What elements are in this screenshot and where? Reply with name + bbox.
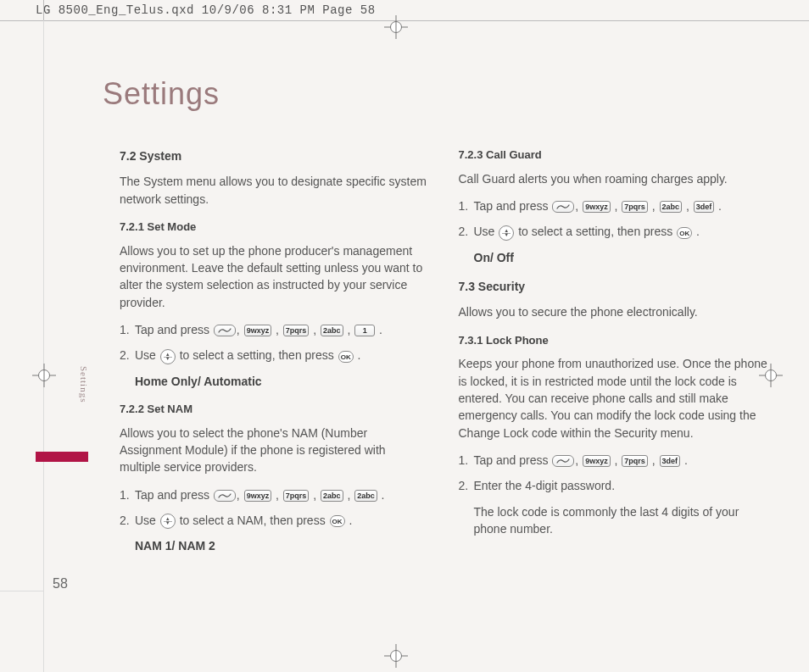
keypad-9-icon: 9wxyz [244,490,272,502]
sep: . [378,488,385,502]
ok-key-icon: OK [677,227,692,239]
keypad-7-icon: 7pqrs [283,490,310,502]
para-lock-hint: The lock code is commonly the last 4 dig… [474,503,769,538]
step: 2. Enter the 4-digit password. [459,477,769,494]
step-text: Tap and press [135,323,213,336]
keypad-2-icon: 2abc [321,490,343,502]
option-values: On/ Off [474,249,769,266]
sep: . [681,453,688,467]
keypad-2-icon: 2abc [321,325,343,336]
step-text: to select a setting, then press [518,225,676,238]
step-number: 1. [120,321,130,338]
sep: , [344,323,354,336]
keypad-2-icon: 2abc [354,490,377,502]
print-header-slug: LG 8500_Eng_Telus.qxd 10/9/06 8:31 PM Pa… [36,3,376,17]
ok-key-icon: OK [330,515,345,527]
heading-call-guard: 7.2.3 Call Guard [459,147,769,164]
sep: , [272,488,282,502]
menu-key-icon [214,325,236,336]
step: 1. Tap and press , 9wxyz , 7pqrs , 3def … [459,452,769,469]
step-number: 2. [459,477,469,494]
para-security: Allows you to secure the phone electroni… [459,303,769,320]
step-number: 2. [459,223,469,240]
option-values: Home Only/ Automatic [135,373,430,390]
sep: , [649,453,659,467]
ok-key-icon: OK [338,351,354,363]
step-number: 2. [120,347,130,364]
page-number: 58 [53,576,68,591]
sep: . [693,225,700,238]
heading-set-mode: 7.2.1 Set Mode [120,219,430,236]
step-number: 1. [459,197,469,214]
para-lock-phone: Keeps your phone from unauthorized use. … [459,355,769,441]
nav-updown-key-icon [160,349,176,364]
step-text: Use [474,225,499,238]
step-text: Tap and press [474,199,552,213]
step-number: 1. [459,452,469,469]
sep: . [715,199,722,213]
para-set-mode: Allows you to set up the phone producer'… [120,242,430,311]
step-text: Use [135,514,159,527]
sep: , [344,488,354,502]
sep: , [683,199,693,213]
step: 1. Tap and press , 9wxyz , 7pqrs , 2abc … [459,197,769,214]
nav-updown-key-icon [499,225,514,241]
sep: . [346,514,353,527]
keypad-7-icon: 7pqrs [283,325,310,336]
step-text: to select a setting, then press [180,348,338,362]
sep: , [310,323,320,336]
nav-updown-key-icon [160,514,176,529]
crop-tick-top-left [43,0,44,20]
page-title: Settings [103,76,220,112]
para-call-guard: Call Guard alerts you when roaming charg… [459,170,769,187]
registration-mark-icon [384,644,408,668]
para-system: The System menu allows you to designate … [120,173,430,208]
step: 1. Tap and press , 9wxyz , 7pqrs , 2abc … [120,321,430,338]
section-index-tab [36,452,88,462]
step-text: Enter the 4-digit password. [474,479,616,492]
step: 1. Tap and press , 9wxyz , 7pqrs , 2abc … [120,486,430,503]
heading-lock-phone: 7.3.1 Lock Phone [459,333,769,349]
step: 2. Use to select a setting, then press O… [120,347,430,364]
keypad-9-icon: 9wxyz [244,325,272,336]
sep: . [354,348,361,362]
sep: , [310,488,320,502]
registration-mark-icon [32,364,56,387]
step: 2. Use to select a NAM, then press OK . [120,512,430,529]
keypad-3-icon: 3def [660,455,681,467]
step-number: 2. [120,512,130,529]
margin-rule-vertical [43,20,44,672]
section-side-label: Settings [79,366,89,403]
column-right: 7.2.3 Call Guard Call Guard alerts you w… [459,144,769,579]
sep: , [649,199,659,213]
menu-key-icon [552,455,574,467]
keypad-7-icon: 7pqrs [622,201,648,213]
para-set-nam: Allows you to select the phone's NAM (Nu… [120,425,430,476]
manual-page: LG 8500_Eng_Telus.qxd 10/9/06 8:31 PM Pa… [0,0,809,672]
heading-set-nam: 7.2.2 Set NAM [120,402,430,418]
heading-security: 7.3 Security [459,278,769,295]
content-columns: 7.2 System The System menu allows you to… [120,144,768,579]
keypad-9-icon: 9wxyz [583,455,611,467]
registration-mark-icon [384,15,408,39]
keypad-7-icon: 7pqrs [622,455,648,467]
margin-rule-horizontal [0,591,43,591]
option-values: NAM 1/ NAM 2 [135,537,430,554]
sep: . [376,323,382,336]
keypad-3-icon: 3def [694,201,715,213]
step-text: Tap and press [135,488,213,502]
keypad-2-icon: 2abc [660,201,683,213]
menu-key-icon [552,201,574,213]
step-text: to select a NAM, then press [180,514,329,527]
sep: , [611,453,622,467]
step-text: Use [135,348,159,362]
menu-key-icon [214,490,236,502]
keypad-9-icon: 9wxyz [583,201,611,213]
heading-system: 7.2 System [120,147,430,164]
step-text: Tap and press [474,453,552,467]
step: 2. Use to select a setting, then press O… [459,223,769,240]
keypad-1-icon: 1 [354,325,375,336]
column-left: 7.2 System The System menu allows you to… [120,144,430,579]
step-number: 1. [120,486,130,503]
sep: , [611,199,622,213]
